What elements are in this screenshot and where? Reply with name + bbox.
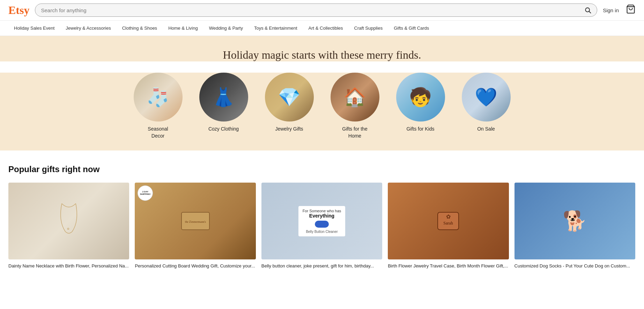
product-image-wrap-cutting-board: the Zimmermann's 2 DAYSHIPPING! xyxy=(135,183,256,259)
products-grid: ✿ Dainty Name Necklace with Birth Flower… xyxy=(8,183,636,269)
category-circle-seasonal: 🧦 xyxy=(134,73,183,122)
nav-wedding[interactable]: Wedding & Party xyxy=(203,21,249,36)
product-image-gag: For Someone who has Everything Belly But… xyxy=(261,183,382,259)
category-circle-jewelry: 💎 xyxy=(265,73,314,122)
category-sale[interactable]: 💙 On Sale xyxy=(462,73,511,139)
svg-text:the Zimmermann's: the Zimmermann's xyxy=(185,220,206,223)
hero-banner: Holiday magic starts with these merry fi… xyxy=(0,36,644,61)
cart-icon xyxy=(626,4,636,14)
product-image-cutting-board: the Zimmermann's 2 DAYSHIPPING! xyxy=(135,183,256,259)
product-title-necklace: Dainty Name Necklace with Birth Flower, … xyxy=(8,263,129,269)
nav-gifts[interactable]: Gifts & Gift Cards xyxy=(388,21,435,36)
site-header: Etsy Sign in xyxy=(0,0,644,21)
kids-icon: 🧒 xyxy=(409,87,432,108)
sale-icon: 💙 xyxy=(475,87,497,108)
svg-line-1 xyxy=(589,12,591,13)
product-image-jewelry-case: Sarah ✿ xyxy=(388,183,509,259)
product-title-gag: Belly button cleaner, joke present, gift… xyxy=(261,263,382,269)
category-seasonal[interactable]: 🧦 SeasonalDecor xyxy=(134,73,183,139)
dog-socks-visual: 🐕 xyxy=(563,209,587,233)
category-home[interactable]: 🏠 Gifts for theHome xyxy=(331,73,379,139)
nav-art[interactable]: Art & Collectibles xyxy=(303,21,349,36)
nav-toys[interactable]: Toys & Entertainment xyxy=(249,21,303,36)
product-image-dog-socks: 🐕 xyxy=(515,183,635,259)
jewelry-case-illustration: Sarah ✿ xyxy=(432,205,464,237)
seasonal-icon: 🧦 xyxy=(147,87,169,108)
search-icon xyxy=(584,7,591,14)
category-label-jewelry: Jewelry Gifts xyxy=(275,126,303,133)
product-image-wrap-gag: For Someone who has Everything Belly But… xyxy=(261,183,382,259)
product-card-dog-socks[interactable]: 🐕 Customized Dog Socks - Put Your Cute D… xyxy=(515,183,635,269)
product-image-necklace: ✿ xyxy=(8,183,129,259)
nav-jewelry[interactable]: Jewelry & Accessories xyxy=(60,21,116,36)
category-jewelry[interactable]: 💎 Jewelry Gifts xyxy=(265,73,314,139)
cutting-board-illustration: the Zimmermann's xyxy=(178,207,213,235)
product-title-jewelry-case: Birth Flower Jewelry Travel Case, Birth … xyxy=(388,263,509,269)
nav-holiday-sales[interactable]: Holiday Sales Event xyxy=(8,21,60,36)
header-actions: Sign in xyxy=(603,4,636,16)
product-image-wrap-jewelry-case: Sarah ✿ xyxy=(388,183,509,259)
etsy-logo[interactable]: Etsy xyxy=(8,4,29,17)
product-image-wrap-necklace: ✿ xyxy=(8,183,129,259)
nav-home-living[interactable]: Home & Living xyxy=(163,21,203,36)
home-icon: 🏠 xyxy=(343,87,366,108)
popular-gifts-section: Popular gifts right now ✿ Dainty Name Ne… xyxy=(0,150,644,278)
popular-section-title: Popular gifts right now xyxy=(8,164,636,174)
category-clothing[interactable]: 👗 Cozy Clothing xyxy=(199,73,248,139)
hero-title: Holiday magic starts with these merry fi… xyxy=(8,49,636,61)
category-label-sale: On Sale xyxy=(477,126,495,133)
product-title-dog-socks: Customized Dog Socks - Put Your Cute Dog… xyxy=(515,263,635,269)
svg-text:✿: ✿ xyxy=(67,227,69,230)
shipping-badge: 2 DAYSHIPPING! xyxy=(138,185,153,201)
clothing-icon: 👗 xyxy=(212,87,235,108)
nav-clothing-shoes[interactable]: Clothing & Shoes xyxy=(117,21,163,36)
category-label-kids: Gifts for Kids xyxy=(406,126,434,133)
search-input[interactable] xyxy=(41,7,584,13)
categories-row: 🧦 SeasonalDecor 👗 Cozy Clothing 💎 Jewelr… xyxy=(0,73,644,150)
category-kids[interactable]: 🧒 Gifts for Kids xyxy=(396,73,445,139)
product-card-gag-gift[interactable]: For Someone who has Everything Belly But… xyxy=(261,183,382,269)
necklace-illustration: ✿ xyxy=(55,200,83,242)
nav-craft[interactable]: Craft Supplies xyxy=(349,21,388,36)
product-card-cutting-board[interactable]: the Zimmermann's 2 DAYSHIPPING! Personal… xyxy=(135,183,256,269)
category-label-seasonal: SeasonalDecor xyxy=(148,126,168,139)
search-button[interactable] xyxy=(584,7,591,14)
category-circle-clothing: 👗 xyxy=(199,73,248,122)
svg-text:✿: ✿ xyxy=(446,214,451,220)
search-bar xyxy=(35,3,597,17)
main-nav: Holiday Sales Event Jewelry & Accessorie… xyxy=(0,21,644,36)
svg-text:Sarah: Sarah xyxy=(444,221,453,226)
category-label-clothing: Cozy Clothing xyxy=(208,126,239,133)
category-circle-home: 🏠 xyxy=(331,73,379,122)
product-card-jewelry-case[interactable]: Sarah ✿ Birth Flower Jewelry Travel Case… xyxy=(388,183,509,269)
category-circle-kids: 🧒 xyxy=(396,73,445,122)
cart-button[interactable] xyxy=(626,4,636,16)
category-circle-sale: 💙 xyxy=(462,73,511,122)
product-card-necklace[interactable]: ✿ Dainty Name Necklace with Birth Flower… xyxy=(8,183,129,269)
product-image-wrap-dog-socks: 🐕 xyxy=(515,183,635,259)
jewelry-icon: 💎 xyxy=(278,87,301,108)
sign-in-button[interactable]: Sign in xyxy=(603,7,619,13)
product-title-cutting-board: Personalized Cutting Board Wedding Gift,… xyxy=(135,263,256,269)
gag-gift-card: For Someone who has Everything Belly But… xyxy=(298,206,346,236)
category-label-home: Gifts for theHome xyxy=(342,126,367,139)
